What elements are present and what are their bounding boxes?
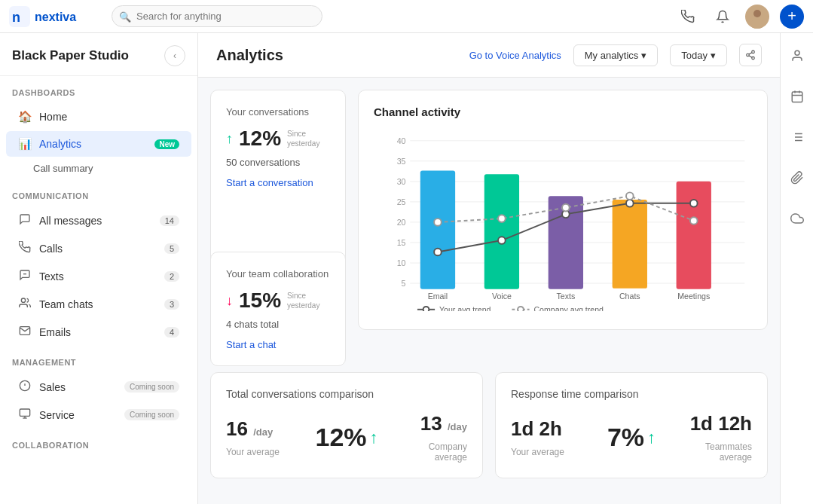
svg-text:Company avg trend: Company avg trend bbox=[533, 305, 604, 311]
svg-text:Meetings: Meetings bbox=[677, 292, 710, 301]
sales-coming-soon-badge: Coming soon bbox=[124, 381, 179, 393]
collaboration-down-arrow: ↓ bbox=[226, 293, 233, 309]
chart-title: Channel activity bbox=[374, 105, 752, 118]
right-bar bbox=[780, 33, 813, 504]
sidebar-item-texts[interactable]: Texts 2 bbox=[6, 263, 191, 289]
teammates-avg-label: Teammates average bbox=[680, 441, 752, 463]
collaboration-card: Your team collaboration ↓ 15% Sinceyeste… bbox=[210, 252, 346, 366]
notification-icon-btn[interactable] bbox=[711, 5, 735, 29]
sidebar-item-team-chats-label: Team chats bbox=[39, 298, 157, 310]
svg-text:30: 30 bbox=[397, 177, 406, 186]
svg-point-60 bbox=[795, 50, 799, 55]
paperclip-icon-btn[interactable] bbox=[784, 164, 811, 191]
your-avg-block: 16 /day Your average bbox=[226, 417, 298, 457]
your-avg-label: Your average bbox=[226, 447, 298, 457]
start-conversation-link[interactable]: Start a conversation bbox=[226, 177, 330, 188]
search-bar[interactable]: 🔍 bbox=[112, 5, 322, 27]
svg-text:15: 15 bbox=[397, 238, 406, 247]
conversations-card-label: Your conversations bbox=[226, 105, 330, 119]
workspace-title: Black Paper Studio bbox=[12, 48, 129, 63]
svg-text:Voice: Voice bbox=[492, 292, 512, 301]
response-your-avg-block: 1d 2h Your average bbox=[511, 417, 583, 457]
content-area: Analytics Go to Voice Analytics My analy… bbox=[198, 33, 780, 504]
list-icon-btn[interactable] bbox=[784, 124, 811, 151]
svg-point-55 bbox=[423, 307, 429, 311]
voice-analytics-link[interactable]: Go to Voice Analytics bbox=[469, 50, 561, 61]
svg-text:Texts: Texts bbox=[556, 292, 575, 301]
svg-rect-34 bbox=[420, 170, 455, 289]
avatar[interactable] bbox=[745, 5, 769, 29]
svg-line-16 bbox=[749, 56, 752, 57]
cloud-icon-btn[interactable] bbox=[784, 205, 811, 232]
total-up-arrow: ↑ bbox=[370, 428, 378, 447]
analytics-icon: 📊 bbox=[18, 137, 32, 151]
teammates-avg-block: 1d 12h Teammates average bbox=[680, 412, 752, 463]
sidebar-collapse-btn[interactable]: ‹ bbox=[164, 45, 185, 66]
svg-text:Your avg trend: Your avg trend bbox=[439, 305, 491, 311]
emails-badge: 4 bbox=[164, 327, 179, 338]
svg-point-15 bbox=[752, 57, 755, 60]
total-conversations-title: Total conversations comparison bbox=[226, 388, 467, 400]
total-percent: 12% bbox=[315, 423, 366, 452]
content-header: Analytics Go to Voice Analytics My analy… bbox=[198, 33, 780, 78]
sidebar-sub-item-call-summary[interactable]: Call summary bbox=[0, 157, 197, 179]
conversations-since: Sinceyesterday bbox=[287, 129, 319, 148]
share-btn[interactable] bbox=[739, 44, 762, 66]
search-icon: 🔍 bbox=[119, 11, 131, 22]
svg-rect-35 bbox=[484, 174, 519, 289]
sidebar-item-texts-label: Texts bbox=[39, 270, 157, 283]
phone-icon-btn[interactable] bbox=[676, 5, 700, 29]
sales-icon bbox=[18, 380, 32, 394]
svg-point-53 bbox=[690, 217, 698, 225]
channel-activity-chart: 40 35 30 25 20 15 10 5 bbox=[374, 130, 752, 311]
sidebar-item-service[interactable]: Service Coming soon bbox=[6, 402, 191, 428]
svg-rect-61 bbox=[792, 92, 802, 102]
sidebar-item-home-label: Home bbox=[39, 111, 179, 123]
my-analytics-btn[interactable]: My analytics ▾ bbox=[573, 44, 659, 66]
sidebar-item-team-chats[interactable]: Team chats 3 bbox=[6, 291, 191, 317]
sidebar-item-sales[interactable]: Sales Coming soon bbox=[6, 374, 191, 400]
svg-line-17 bbox=[749, 53, 752, 54]
collaboration-since: Sinceyesterday bbox=[287, 291, 319, 310]
response-comparison-row: 1d 2h Your average 7% ↑ 1d 12h Teammates… bbox=[511, 412, 752, 463]
company-avg-block: 13 /day Company average bbox=[395, 412, 467, 463]
texts-icon bbox=[18, 269, 32, 283]
start-chat-link[interactable]: Start a chat bbox=[226, 339, 330, 350]
sidebar-item-service-label: Service bbox=[39, 409, 112, 421]
svg-point-14 bbox=[747, 53, 750, 57]
conversations-sub: 50 conversations bbox=[226, 157, 330, 168]
svg-point-3 bbox=[753, 10, 761, 17]
search-input[interactable] bbox=[112, 5, 322, 27]
calls-badge: 5 bbox=[164, 243, 179, 254]
collaboration-card-wrapper: Your team collaboration ↓ 15% Sinceyeste… bbox=[210, 252, 346, 366]
svg-text:Email: Email bbox=[428, 292, 448, 301]
analytics-new-badge: New bbox=[154, 139, 179, 149]
svg-point-58 bbox=[518, 307, 524, 311]
section-label-collaboration: Collaboration bbox=[0, 429, 197, 456]
collaboration-card-label: Your team collaboration bbox=[226, 267, 330, 281]
logo: n nextiva bbox=[9, 6, 87, 27]
svg-point-50 bbox=[498, 215, 506, 222]
svg-point-13 bbox=[752, 50, 755, 53]
sidebar-item-analytics[interactable]: 📊 Analytics New bbox=[6, 131, 191, 157]
sidebar-item-home[interactable]: 🏠 Home bbox=[6, 104, 191, 130]
sidebar-item-emails[interactable]: Emails 4 bbox=[6, 319, 191, 345]
svg-point-47 bbox=[626, 200, 634, 207]
emails-icon bbox=[18, 325, 32, 339]
svg-rect-10 bbox=[20, 409, 29, 416]
total-percent-block: 12% ↑ bbox=[310, 423, 383, 452]
calendar-icon-btn[interactable] bbox=[784, 83, 811, 110]
page-title: Analytics bbox=[216, 47, 457, 64]
svg-text:nextiva: nextiva bbox=[35, 11, 76, 23]
svg-text:5: 5 bbox=[402, 279, 406, 288]
main-layout: Black Paper Studio ‹ Dashboards 🏠 Home 📊… bbox=[0, 33, 813, 504]
user-icon-btn[interactable] bbox=[784, 42, 811, 69]
today-btn[interactable]: Today ▾ bbox=[670, 44, 727, 66]
add-button[interactable]: + bbox=[780, 5, 804, 29]
home-icon: 🏠 bbox=[18, 110, 32, 124]
response-your-avg-val: 1d 2h bbox=[511, 417, 583, 441]
sidebar-item-all-messages[interactable]: All messages 14 bbox=[6, 207, 191, 234]
section-label-management: Management bbox=[0, 346, 197, 373]
sidebar-item-calls[interactable]: Calls 5 bbox=[6, 235, 191, 261]
conversations-metric: ↑ 12% Sinceyesterday bbox=[226, 127, 330, 151]
